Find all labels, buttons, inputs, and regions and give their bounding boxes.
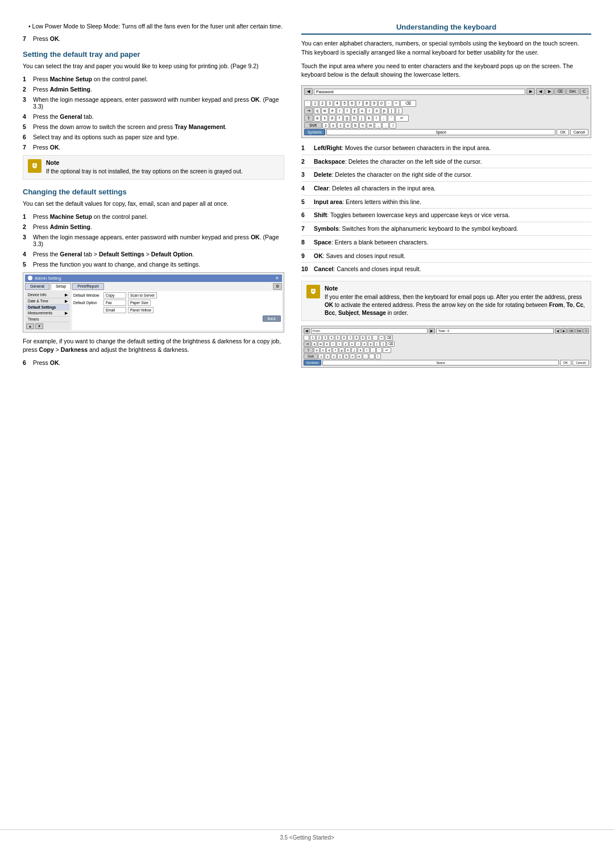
kbd-key-comma[interactable]: , <box>375 122 381 128</box>
sk-cv[interactable]: c <box>331 354 337 359</box>
kbd-key-2[interactable]: 2 <box>319 100 326 107</box>
kbd-left-arrow-btn[interactable]: ◀ <box>536 88 545 95</box>
sk-v[interactable]: v <box>337 354 343 359</box>
kbd-key-b[interactable]: b <box>352 122 359 128</box>
sk-cm[interactable]: , <box>363 354 368 359</box>
small-kbd-left-arrow[interactable]: ◀ <box>555 328 561 334</box>
kbd-key-semicolon[interactable]: ; <box>380 115 387 122</box>
kbd-ok-button[interactable]: OK <box>557 129 569 135</box>
sk-7[interactable]: 6 <box>341 335 347 340</box>
sk-3[interactable]: 2 <box>316 335 322 340</box>
kbd-key-o[interactable]: o <box>374 107 380 114</box>
kbd-backspace-btn[interactable]: ⌫ <box>554 88 566 95</box>
sk-p[interactable]: p <box>368 341 374 347</box>
sk-6[interactable]: 5 <box>335 335 341 340</box>
kbd-key-enter[interactable]: ↵ <box>395 115 409 122</box>
kbd-key-t[interactable]: t <box>344 107 351 114</box>
kbd-key-q[interactable]: q <box>314 107 321 114</box>
kbd-key-j[interactable]: j <box>358 115 365 122</box>
kbd-forward-btn[interactable]: ▶ <box>526 88 535 95</box>
sk-4[interactable]: 3 <box>322 335 328 340</box>
sk-b[interactable]: b <box>343 354 349 359</box>
sk-o[interactable]: o <box>362 341 367 347</box>
sk-rb[interactable]: ] <box>380 341 386 347</box>
sk-w[interactable]: w <box>318 341 323 347</box>
sk-tab[interactable]: ⇥ <box>304 341 311 347</box>
kbd-key-5[interactable]: 5 <box>341 100 348 107</box>
kbd-key-tab[interactable]: ⇥ <box>304 107 313 114</box>
kbd-key-7[interactable]: 7 <box>356 100 363 107</box>
kbd-key-g[interactable]: g <box>343 115 350 122</box>
sk-11[interactable]: 0 <box>366 335 372 340</box>
sk-y[interactable]: y <box>343 341 349 347</box>
sk-s[interactable]: s <box>320 347 326 353</box>
kbd-key-period[interactable]: . <box>382 122 389 128</box>
sk-i[interactable]: i <box>355 341 361 347</box>
sk-caps[interactable]: ⇪ <box>304 347 313 353</box>
kbd-key-delete[interactable]: ⌫ <box>400 100 416 107</box>
kbd-key-lbracket[interactable]: [ <box>388 107 395 114</box>
small-kbd-space[interactable]: Space <box>322 360 559 366</box>
sk-lb[interactable]: [ <box>374 341 380 347</box>
kbd-key-y[interactable]: y <box>351 107 358 114</box>
sk-qt[interactable]: ' <box>376 347 382 353</box>
kbd-key-a[interactable]: a <box>314 115 321 122</box>
kbd-key-f[interactable]: f <box>336 115 343 122</box>
sk-enter[interactable]: ↵ <box>383 347 391 353</box>
sk-del[interactable]: ⌫ <box>385 335 393 340</box>
sk-u[interactable]: u <box>349 341 355 347</box>
kbd-key-capslock[interactable]: ⇪ <box>304 115 313 122</box>
sk-g[interactable]: g <box>339 347 345 353</box>
small-kbd-cancel[interactable]: Cancel <box>572 360 589 366</box>
sk-r[interactable]: r <box>330 341 336 347</box>
sk-dt[interactable]: . <box>369 354 375 359</box>
small-kbd-symbols[interactable]: Symbols <box>304 360 321 366</box>
kbd-key-x[interactable]: x <box>330 122 337 128</box>
kbd-key-n[interactable]: n <box>359 122 366 128</box>
sk-sl[interactable]: / <box>375 354 381 359</box>
kbd-right-arrow-btn[interactable]: ▶ <box>545 88 554 95</box>
sk-t[interactable]: t <box>337 341 342 347</box>
sk-sc[interactable]: ; <box>370 347 376 353</box>
screenshot-icon-btn[interactable]: ⚙ <box>273 283 282 290</box>
kbd-key-1[interactable]: 1 <box>312 100 318 107</box>
kbd-key-backtick[interactable]: ` <box>304 100 311 107</box>
sk-8[interactable]: 7 <box>347 335 353 340</box>
small-kbd-back-btn[interactable]: ◀ <box>304 328 310 334</box>
kbd-key-i[interactable]: i <box>366 107 373 114</box>
kbd-key-d[interactable]: d <box>329 115 335 122</box>
sk-m[interactable]: m <box>356 354 362 359</box>
kbd-key-slash[interactable]: / <box>389 122 396 128</box>
sk-k[interactable]: k <box>358 347 363 353</box>
small-kbd-ok[interactable]: OK <box>560 360 571 366</box>
small-kbd-forward-btn[interactable]: ▶ <box>429 328 435 334</box>
kbd-key-m[interactable]: m <box>367 122 374 128</box>
kbd-key-c[interactable]: c <box>337 122 344 128</box>
kbd-symbols-button[interactable]: Symbols <box>304 129 325 135</box>
small-kbd-right-arrow[interactable]: ▶ <box>561 328 567 334</box>
kbd-key-s[interactable]: s <box>321 115 328 122</box>
sk-j[interactable]: j <box>351 347 357 353</box>
sk-x[interactable]: x <box>325 354 330 359</box>
back-button[interactable]: Back <box>263 315 281 322</box>
kbd-key-k[interactable]: k <box>366 115 372 122</box>
sk-n[interactable]: n <box>350 354 355 359</box>
sk-a[interactable]: a <box>314 347 320 353</box>
kbd-key-shift[interactable]: Shift <box>304 122 322 128</box>
kbd-key-u[interactable]: u <box>359 107 366 114</box>
kbd-key-4[interactable]: 4 <box>334 100 341 107</box>
kbd-key-6[interactable]: 6 <box>349 100 355 107</box>
kbd-key-0[interactable]: 0 <box>378 100 385 107</box>
kbd-key-equals[interactable]: = <box>393 100 400 107</box>
sk-12[interactable]: - <box>372 335 378 340</box>
sk-9[interactable]: 8 <box>354 335 359 340</box>
sk-e[interactable]: e <box>324 341 330 347</box>
kbd-cancel-button[interactable]: Cancel <box>570 129 588 135</box>
sk-f[interactable]: f <box>333 347 338 353</box>
small-kbd-c[interactable]: C <box>583 328 589 334</box>
sk-10[interactable]: 9 <box>360 335 366 340</box>
sk-h[interactable]: h <box>345 347 351 353</box>
sk-z[interactable]: z <box>318 354 324 359</box>
sk-1[interactable]: ` <box>304 335 309 340</box>
kbd-del-btn[interactable]: Del. <box>566 88 579 95</box>
